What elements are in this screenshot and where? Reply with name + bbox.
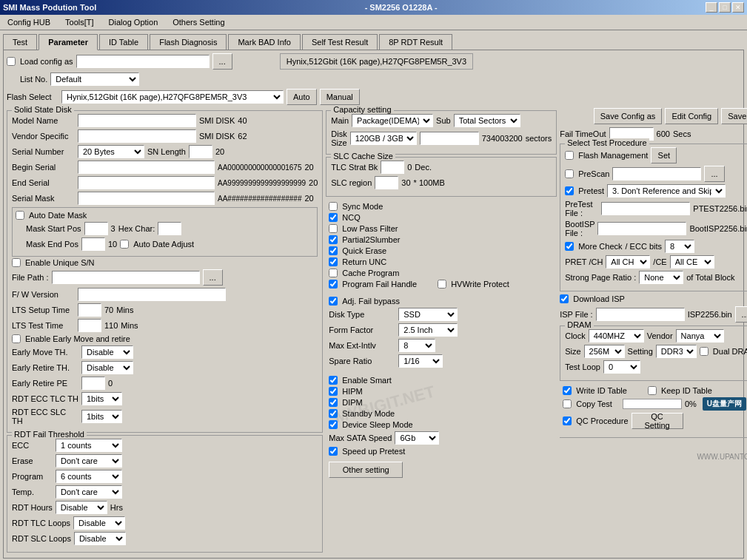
program-fail-handle-check[interactable]	[329, 280, 338, 289]
disk-type-select[interactable]: SSD	[398, 308, 458, 321]
ecc-bits-select[interactable]: 8	[665, 240, 694, 253]
fw-version-input[interactable]	[78, 288, 226, 301]
disk-size-num-input[interactable]	[420, 132, 479, 145]
vendor-specific-input[interactable]	[78, 129, 196, 143]
early-retire-pe-input[interactable]	[81, 377, 105, 390]
hv-write-protect-check[interactable]	[438, 280, 446, 289]
hex-char-input[interactable]	[158, 222, 181, 235]
pretest-select[interactable]: 3. Don't Reference and Skip Original B..…	[607, 184, 726, 198]
menu-others-setting[interactable]: Others Setting	[168, 16, 229, 28]
lts-setup-time-input[interactable]	[78, 303, 101, 317]
write-id-table-check[interactable]	[563, 386, 572, 395]
prescan-input[interactable]	[612, 167, 701, 181]
tab-8p-rdt-result[interactable]: 8P RDT Result	[379, 34, 452, 50]
dram-size-select[interactable]: 256M	[584, 345, 625, 358]
load-config-input[interactable]	[76, 55, 210, 68]
pretest-check[interactable]	[565, 186, 574, 195]
speed-up-pretest-check[interactable]	[329, 447, 338, 456]
dram-clock-select[interactable]: 440MHZ	[589, 329, 644, 343]
prescan-browse-btn[interactable]: ...	[704, 166, 724, 182]
mask-end-pos-input[interactable]	[81, 237, 105, 251]
form-factor-select[interactable]: 2.5 Inch	[398, 323, 458, 337]
ce-select[interactable]: All CE	[670, 255, 714, 269]
dram-setting-select[interactable]: DDR3	[656, 345, 697, 358]
return-unc-check[interactable]	[329, 257, 338, 266]
enable-early-move-check[interactable]	[12, 334, 21, 343]
menu-tools[interactable]: Tools[T]	[61, 16, 98, 28]
dram-vendor-select[interactable]: Nanya	[676, 329, 724, 343]
enable-smart-check[interactable]	[329, 376, 338, 385]
rdt-tlc-loops-select[interactable]: Disable	[73, 516, 125, 530]
hipm-check[interactable]	[329, 387, 338, 396]
adj-fail-bypass-check[interactable]	[329, 297, 338, 306]
rdt-ecc-tlc-select[interactable]: 1bits	[81, 392, 122, 405]
quick-erase-check[interactable]	[329, 246, 338, 255]
capacity-sub-select[interactable]: Total Sectors	[454, 114, 520, 127]
model-name-input[interactable]	[78, 114, 196, 127]
early-move-th-select[interactable]: Disable	[81, 345, 133, 359]
file-path-input[interactable]	[52, 271, 200, 284]
max-ext-intlv-select[interactable]: 8	[398, 339, 435, 352]
auto-date-mask-check[interactable]	[16, 211, 24, 220]
dual-dram-check[interactable]	[700, 347, 709, 356]
save-config-btn[interactable]: Save Config	[721, 108, 747, 124]
other-setting-btn[interactable]: Other setting	[329, 462, 403, 478]
serial-number-select[interactable]: 20 Bytes	[78, 145, 144, 158]
lts-test-time-input[interactable]	[78, 319, 101, 332]
rdt-slc-loops-select[interactable]: Disable	[74, 532, 126, 545]
slc-region-input[interactable]	[375, 176, 398, 189]
capacity-main-select[interactable]: Package(IDEMA)	[352, 114, 433, 127]
more-check-checkbox[interactable]	[565, 242, 574, 251]
save-config-as-btn[interactable]: Save Config as	[594, 108, 663, 124]
flash-management-check[interactable]	[565, 151, 574, 160]
auto-button[interactable]: Auto	[287, 89, 317, 105]
spare-ratio-select[interactable]: 1/16	[398, 354, 443, 368]
rdt-temp-select[interactable]: Don't care	[56, 485, 122, 499]
pretest-file-input[interactable]	[601, 202, 690, 215]
sync-mode-check[interactable]	[329, 202, 338, 211]
cache-program-check[interactable]	[329, 269, 338, 277]
menu-dialog-option[interactable]: Dialog Option	[104, 16, 163, 28]
set-btn[interactable]: Set	[651, 147, 677, 163]
strong-page-ratio-select[interactable]: None	[639, 271, 683, 284]
sn-length-input[interactable]	[189, 145, 212, 158]
tlc-strat-bk-input[interactable]	[381, 161, 404, 174]
isp-file-input[interactable]	[596, 308, 685, 321]
low-pass-filter-check[interactable]	[329, 224, 338, 233]
rdt-erase-select[interactable]: Don't care	[56, 454, 122, 468]
tab-mark-bad-info[interactable]: Mark BAD Info	[228, 34, 301, 50]
isp-file-browse-btn[interactable]: ...	[735, 306, 747, 323]
auto-date-adjust-check[interactable]	[120, 240, 129, 249]
tab-id-table[interactable]: ID Table	[99, 34, 148, 50]
maximize-button[interactable]: □	[719, 2, 731, 13]
tab-parameter[interactable]: Parameter	[38, 34, 98, 50]
load-config-browse-btn[interactable]: ...	[212, 53, 232, 70]
load-config-checkbox[interactable]	[7, 57, 16, 66]
mask-start-pos-input[interactable]	[84, 222, 108, 235]
pret-ch-select[interactable]: All CH	[606, 255, 650, 269]
boot-isp-file-input[interactable]	[597, 222, 686, 235]
ncq-check[interactable]	[329, 213, 338, 222]
copy-test-check[interactable]	[563, 399, 572, 408]
download-isp-check[interactable]	[560, 294, 569, 303]
rdt-ecc-select[interactable]: 1 counts	[56, 439, 122, 452]
enable-unique-sn-check[interactable]	[12, 258, 21, 267]
serial-mask-input[interactable]	[78, 192, 215, 205]
disk-size-select[interactable]: 120GB / 3GB	[350, 132, 417, 145]
tab-self-test-result[interactable]: Self Test Result	[302, 34, 378, 50]
tab-test[interactable]: Test	[3, 34, 37, 50]
rdt-ecc-slc-select[interactable]: 1bits	[81, 410, 122, 423]
manual-button[interactable]: Manual	[320, 89, 360, 105]
early-retire-th-select[interactable]: Disable	[81, 361, 133, 374]
end-serial-input[interactable]	[78, 176, 215, 189]
edit-config-btn[interactable]: Edit Config	[665, 108, 718, 124]
file-path-browse-btn[interactable]: ...	[203, 269, 223, 286]
menu-config-hub[interactable]: Config HUB	[3, 16, 55, 28]
close-button[interactable]: ✕	[732, 2, 744, 13]
dipm-check[interactable]	[329, 398, 338, 407]
rdt-hours-select[interactable]: Disable	[56, 501, 107, 514]
max-sata-speed-select[interactable]: 6Gb	[395, 431, 439, 445]
qc-setting-btn[interactable]: QC Setting	[632, 413, 683, 429]
tab-flash-diagnosis[interactable]: Flash Diagnosis	[150, 34, 227, 50]
list-no-select[interactable]: Default	[50, 72, 139, 86]
